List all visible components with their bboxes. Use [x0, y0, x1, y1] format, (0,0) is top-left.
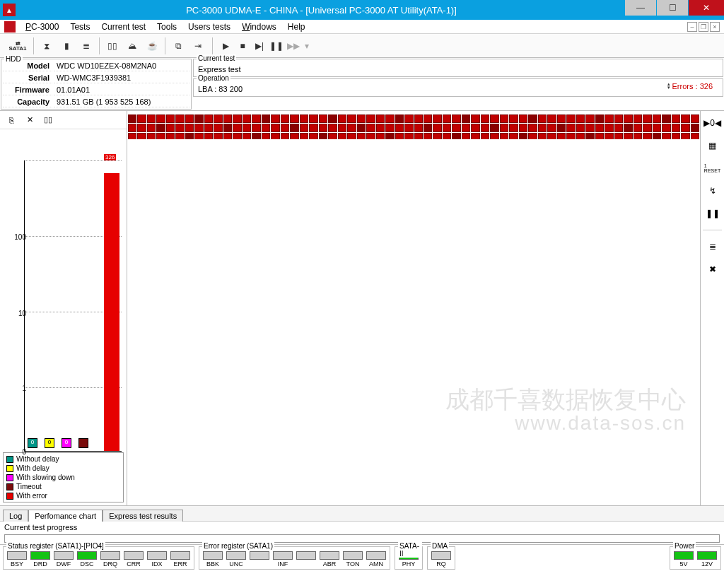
mdi-minimize-button[interactable]: –: [687, 22, 697, 32]
register-BBK: BBK: [202, 551, 223, 568]
fastforward-button[interactable]: ▶▶: [286, 37, 301, 55]
step-button[interactable]: ▶|: [252, 37, 267, 55]
legend-label: With slowing down: [16, 474, 75, 481]
pause-button[interactable]: ❚❚: [269, 37, 284, 55]
sector-cell: [662, 124, 670, 132]
strip-play-icon[interactable]: ▶0◀: [705, 115, 720, 131]
sector-cell: [194, 124, 203, 132]
sector-cell: [204, 124, 213, 132]
register-label: BSY: [11, 560, 23, 568]
tool-icon-cup[interactable]: ☕: [143, 37, 161, 55]
strip-list-icon[interactable]: ≣: [705, 239, 720, 254]
tab-express-results[interactable]: Express test results: [103, 510, 183, 522]
sector-cell: [309, 114, 317, 123]
hdd-info-group: HDD ModelWDC WD10EZEX-08M2NA0 SerialWD-W…: [1, 59, 192, 110]
register-group: Error register (SATA1)BBKUNCINFABRTONAMN: [199, 546, 390, 570]
register-IDX: IDX: [146, 551, 168, 568]
menu-tests[interactable]: Tests: [64, 20, 95, 33]
register-blank: [296, 551, 317, 568]
register-DRD: DRD: [30, 551, 51, 568]
menu-help[interactable]: Help: [282, 20, 311, 33]
tab-performance-chart[interactable]: Perfomance chart: [28, 510, 103, 522]
sector-cell: [519, 124, 527, 132]
sector-cell: [262, 124, 270, 132]
legend-swatch: [6, 483, 13, 490]
errors-count: Errors : 326: [672, 82, 718, 90]
sector-cell: [376, 124, 385, 132]
sector-cell: [557, 114, 566, 123]
sector-cell: [271, 114, 279, 123]
sector-cell: [271, 124, 279, 132]
sector-cell: [357, 124, 366, 132]
strip-reset-icon[interactable]: 1RESET: [705, 160, 720, 176]
sata-port-button[interactable]: ⇄SATA1: [6, 37, 30, 55]
sector-cell: [185, 114, 194, 123]
hdd-serial-value: WD-WMC3F1939381: [54, 73, 189, 83]
sector-cell: [252, 114, 260, 123]
strip-pause-icon[interactable]: ❚❚: [705, 206, 720, 221]
sector-cell: [528, 114, 537, 123]
sector-cell: [547, 114, 556, 123]
window-close-button[interactable]: ✕: [689, 0, 724, 16]
current-test-group: Current test Express test: [193, 59, 723, 77]
sector-map-grid: [127, 114, 700, 139]
tool-icon-run[interactable]: ⇥: [189, 37, 207, 55]
sector-cell: [166, 124, 175, 132]
register-label: ABR: [323, 560, 337, 568]
mdi-close-button[interactable]: ×: [710, 22, 720, 32]
sector-cell: [471, 124, 479, 132]
sector-cell: [156, 114, 165, 123]
mdi-restore-button[interactable]: ❐: [699, 22, 708, 32]
sector-cell: [357, 114, 366, 123]
tool-icon-hat[interactable]: ⛰: [123, 37, 141, 55]
menu-users-tests[interactable]: Users tests: [182, 20, 236, 33]
register-led: [273, 551, 293, 560]
sector-cell: [328, 124, 337, 132]
register-label: CRR: [127, 560, 141, 568]
register-led: [697, 551, 717, 560]
tool-icon-chart[interactable]: ▯▯: [103, 37, 122, 55]
sector-cell: [214, 124, 222, 132]
menu-current-test[interactable]: Current test: [95, 20, 151, 33]
sector-cell: [672, 114, 680, 123]
sector-cell: [481, 124, 489, 132]
chart-export-button[interactable]: ⎘: [4, 113, 18, 127]
register-ABR: ABR: [319, 551, 340, 568]
tool-icon-list[interactable]: ≣: [77, 37, 95, 55]
tab-log[interactable]: Log: [3, 510, 28, 522]
performance-chart-panel: ⎘ ✕ ▯▯ 326 0 0 0 0 1 10 100: [0, 111, 127, 505]
tool-icon-1[interactable]: ⧗: [37, 37, 56, 55]
sector-cell: [137, 114, 146, 123]
sector-cell: [175, 114, 184, 123]
tool-icon-chip[interactable]: ▮: [57, 37, 76, 55]
sector-cell: [366, 124, 375, 132]
chart-tools-button[interactable]: ✕: [23, 113, 37, 127]
chart-bar-without-delay: 0: [28, 438, 37, 448]
menu-pc3000[interactable]: PC-3000: [20, 20, 64, 33]
sector-cell: [395, 124, 404, 132]
strip-probe-icon[interactable]: ↯: [705, 183, 720, 199]
sector-cell: [137, 124, 146, 132]
register-label: ERR: [173, 560, 187, 568]
legend-swatch: [6, 465, 13, 472]
play-button[interactable]: ▶: [218, 37, 233, 55]
strip-chip-icon[interactable]: ▦: [705, 138, 720, 153]
menu-tools[interactable]: Tools: [151, 20, 182, 33]
window-minimize-button[interactable]: —: [625, 0, 656, 16]
play-dropdown-button[interactable]: ▾: [303, 37, 311, 55]
strip-wrench-icon[interactable]: ✖: [705, 261, 720, 277]
tool-icon-copy[interactable]: ⧉: [169, 37, 187, 55]
window-title: PC-3000 UDMA-E - CHINA - [Universal PC-3…: [18, 5, 624, 16]
sector-cell: [385, 114, 394, 123]
window-maximize-button[interactable]: ☐: [657, 0, 688, 16]
register-group: Status register (SATA1)-[PIO4]BSYDRDDWFD…: [3, 546, 194, 570]
hdd-firmware-label: Firmware: [3, 85, 52, 95]
operation-spinner-icon[interactable]: ▴▾: [665, 82, 672, 89]
chart-bars-button[interactable]: ▯▯: [41, 113, 55, 127]
register-led: [124, 551, 144, 560]
menu-windows[interactable]: Windows: [236, 20, 282, 33]
sector-cell: [490, 114, 498, 123]
register-label: TON: [346, 560, 360, 568]
sector-cell: [404, 114, 413, 123]
stop-button[interactable]: ■: [235, 37, 250, 55]
